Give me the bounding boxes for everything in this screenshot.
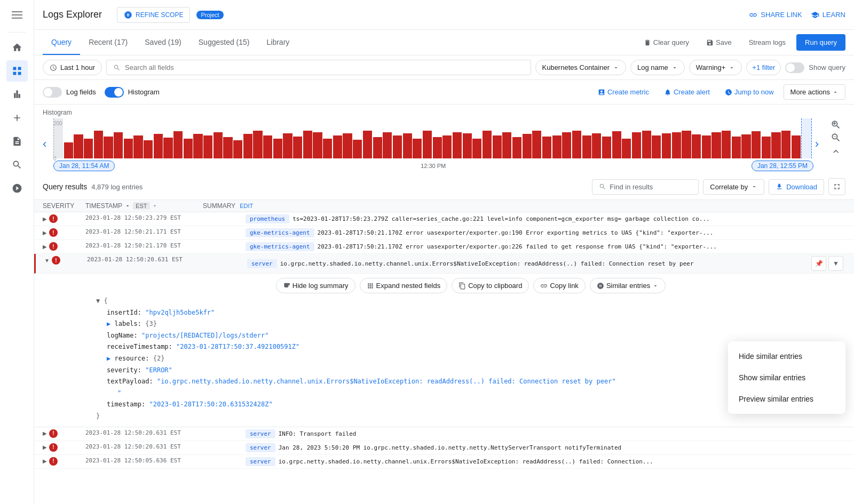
hist-bar[interactable] (94, 131, 103, 159)
hist-bar[interactable] (173, 131, 183, 158)
hide-similar-entries-item[interactable]: Hide similar entries (728, 346, 845, 367)
hist-bar[interactable] (393, 135, 402, 159)
copy-link-button[interactable]: Copy link (533, 278, 585, 293)
hist-bar[interactable] (114, 132, 123, 158)
hist-bar[interactable] (572, 131, 581, 159)
sidebar-item-doc[interactable] (6, 131, 28, 152)
hist-bar[interactable] (792, 135, 801, 159)
hist-bar[interactable] (781, 131, 790, 159)
summary-header[interactable]: SUMMARY EDIT (203, 202, 246, 210)
log-row[interactable]: ▶ ! 2023-01-28 12:50:20.631 EST server I… (34, 427, 854, 441)
hist-bar[interactable] (741, 134, 750, 158)
sidebar-item-dashboard[interactable] (6, 60, 28, 82)
hist-bar[interactable] (193, 134, 202, 159)
hist-bar[interactable] (502, 132, 511, 158)
hist-bar[interactable] (84, 139, 93, 159)
hist-bar[interactable] (413, 139, 422, 159)
show-query-toggle[interactable]: Show query (785, 62, 845, 73)
hist-bar[interactable] (333, 135, 342, 159)
search-input[interactable] (125, 63, 524, 71)
hist-bar[interactable] (532, 131, 541, 159)
hist-bar[interactable] (64, 142, 73, 158)
hist-bar[interactable] (552, 135, 562, 159)
hist-bar[interactable] (711, 132, 721, 158)
edit-label[interactable]: EDIT (240, 203, 253, 209)
preview-similar-entries-item[interactable]: Preview similar entries (728, 388, 845, 410)
hist-bar[interactable] (442, 135, 452, 159)
log-row[interactable]: ▶ ! 2023-01-28 12:50:20.631 EST server J… (34, 441, 854, 455)
hist-bar[interactable] (732, 137, 741, 158)
hist-bar[interactable] (622, 139, 631, 159)
tab-recent[interactable]: Recent (17) (80, 30, 136, 55)
hist-bar[interactable] (652, 135, 661, 159)
download-button[interactable]: Download (769, 179, 824, 195)
stream-logs-button[interactable]: Stream logs (742, 35, 792, 50)
hist-bar[interactable] (542, 137, 551, 158)
hist-bar[interactable] (253, 131, 262, 159)
hist-bar[interactable] (463, 133, 472, 158)
hist-bar[interactable] (243, 134, 252, 159)
log-row-expanded[interactable]: ▼ ! 2023-01-28 12:50:20.631 EST server i… (34, 254, 854, 274)
hist-bar[interactable] (612, 131, 621, 158)
hist-bar[interactable] (702, 135, 711, 159)
hist-bar[interactable] (602, 137, 611, 158)
severity-header[interactable]: SEVERITY (43, 202, 85, 210)
plus-filter-chip[interactable]: +1 filter (746, 60, 781, 75)
time-picker-button[interactable]: Last 1 hour (43, 60, 102, 75)
hist-bar[interactable] (692, 134, 701, 158)
tab-saved[interactable]: Saved (19) (136, 30, 189, 55)
hist-bar[interactable] (124, 139, 133, 159)
hist-bar[interactable] (184, 139, 193, 159)
hist-bar[interactable] (752, 131, 761, 158)
warning-filter-chip[interactable]: Warning+ (689, 60, 742, 75)
correlate-by-button[interactable]: Correlate by (703, 179, 764, 195)
hist-bar[interactable] (672, 132, 681, 159)
log-row[interactable]: ▶ ! 2023-01-28 12:50:23.279 EST promethe… (34, 212, 854, 226)
sidebar-item-cross[interactable] (6, 107, 28, 129)
log-row[interactable]: ▶ ! 2023-01-28 12:50:05.636 EST server i… (34, 455, 854, 469)
sidebar-menu-icon[interactable] (6, 4, 28, 26)
hist-bar[interactable] (512, 137, 521, 159)
hist-bar[interactable] (263, 135, 272, 159)
hist-bar[interactable] (283, 133, 292, 158)
hist-bar[interactable] (74, 134, 83, 158)
log-row[interactable]: ▶ ! 2023-01-28 12:50:21.171 EST gke-metr… (34, 226, 854, 240)
hist-bar[interactable] (233, 140, 242, 159)
hist-bar[interactable] (453, 132, 462, 159)
run-query-button[interactable]: Run query (796, 34, 845, 51)
sidebar-item-target[interactable] (6, 178, 28, 199)
hist-bar[interactable] (722, 131, 731, 159)
tab-query[interactable]: Query (43, 30, 80, 55)
zoom-out-button[interactable] (831, 132, 841, 145)
refine-scope-button[interactable]: REFINE SCOPE (117, 7, 190, 23)
hist-bar[interactable] (104, 137, 113, 158)
hist-bar[interactable] (353, 140, 362, 158)
labels-expand[interactable]: ▶ (107, 320, 110, 327)
resource-expand[interactable]: ▶ (107, 355, 110, 362)
hist-bar[interactable] (582, 135, 591, 159)
hist-bar[interactable] (523, 134, 532, 159)
hide-log-summary-button[interactable]: Hide log summary (276, 278, 355, 293)
hist-bar[interactable] (273, 139, 282, 159)
more-row-button[interactable]: ▼ (828, 256, 843, 271)
log-row[interactable]: ▶ ! 2023-01-28 12:50:21.170 EST gke-metr… (34, 240, 854, 254)
log-fields-switch[interactable] (43, 87, 62, 98)
jump-to-now-button[interactable]: Jump to now (719, 85, 779, 99)
hist-bar[interactable] (323, 139, 332, 159)
share-link-button[interactable]: SHARE LINK (749, 11, 802, 19)
histogram-toggle[interactable]: Histogram (105, 87, 160, 98)
histogram-expand-button[interactable] (831, 146, 841, 158)
hist-bar[interactable] (682, 131, 691, 159)
hist-bar[interactable] (363, 131, 372, 159)
hist-bar[interactable] (213, 132, 223, 158)
hist-bar[interactable] (373, 137, 382, 159)
hist-bar[interactable] (592, 133, 601, 158)
kubernetes-filter-chip[interactable]: Kubernetes Container (535, 60, 626, 75)
hist-bar[interactable] (154, 134, 163, 159)
hist-bar[interactable] (223, 137, 232, 159)
sidebar-item-chart[interactable] (6, 84, 28, 105)
hist-bar[interactable] (163, 138, 172, 158)
search-box[interactable] (106, 60, 531, 75)
histogram-prev-button[interactable]: ‹ (43, 137, 46, 151)
hist-bar[interactable] (293, 137, 302, 158)
